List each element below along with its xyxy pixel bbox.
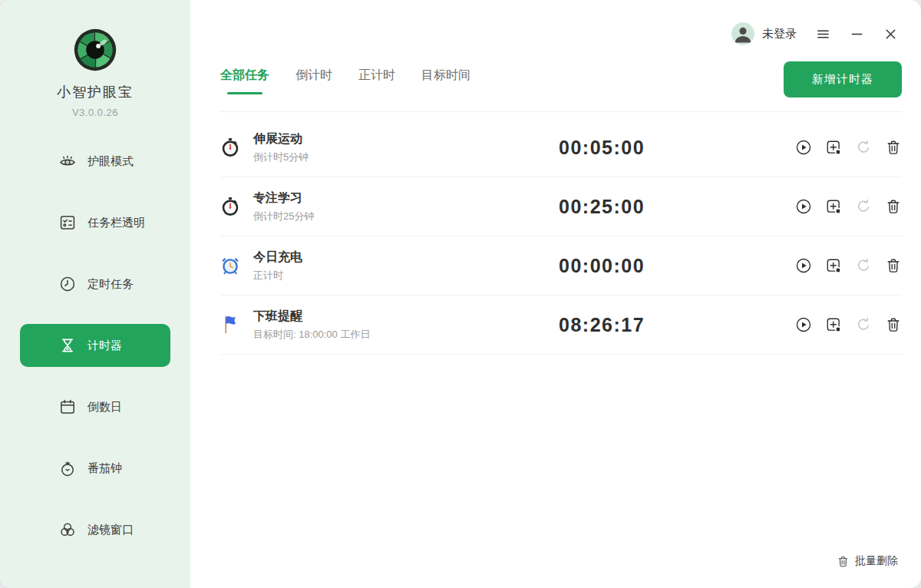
flag-icon (220, 315, 240, 335)
timer-list: 伸展运动倒计时5分钟00:05:00专注学习倒计时25分钟00:25:00今日充… (220, 112, 902, 355)
main-panel: 未登录 全部任务倒计时正计时目标时间 新增计时器 伸展运动倒计时5分钟00:05… (190, 0, 921, 588)
sidebar-item-label: 护眼模式 (87, 154, 134, 169)
checklist-icon (58, 213, 77, 232)
venn-circles-icon (58, 520, 77, 539)
stopwatch-icon (220, 197, 240, 216)
tab-count-up[interactable]: 正计时 (358, 63, 395, 96)
timer-row: 今日充电正计时00:00:00 (220, 236, 902, 296)
timer-actions (795, 316, 902, 333)
timer-row: 专注学习倒计时25分钟00:25:00 (220, 177, 902, 236)
play-button[interactable] (795, 139, 812, 156)
alarm-clock-icon (220, 256, 240, 276)
tomato-icon (58, 459, 77, 477)
timer-time: 00:25:00 (559, 196, 795, 218)
delete-button[interactable] (885, 198, 902, 215)
timer-info: 下班提醒目标时间: 18:00:00 工作日 (253, 309, 559, 342)
hourglass-icon (58, 336, 77, 355)
sidebar-item-label: 倒数日 (87, 400, 122, 415)
login-status-label[interactable]: 未登录 (762, 27, 797, 41)
timer-time: 00:05:00 (559, 137, 795, 159)
stopwatch-icon (220, 137, 240, 157)
app-name: 小智护眼宝 (0, 83, 190, 101)
batch-delete-button[interactable]: 批量删除 (837, 554, 898, 568)
add-time-button[interactable] (825, 257, 842, 274)
sidebar-item-label: 计时器 (87, 339, 122, 353)
sidebar-item-taskbar-transparency[interactable]: 任务栏透明 (20, 201, 170, 244)
tab-bar: 全部任务倒计时正计时目标时间 (220, 63, 470, 96)
timer-row: 伸展运动倒计时5分钟00:05:00 (220, 118, 902, 177)
add-timer-button[interactable]: 新增计时器 (784, 61, 902, 97)
tab-countdown[interactable]: 倒计时 (295, 63, 332, 96)
sidebar-item-label: 任务栏透明 (87, 216, 145, 230)
timer-info: 专注学习倒计时25分钟 (253, 190, 559, 223)
play-button[interactable] (795, 198, 812, 215)
reset-button[interactable] (855, 316, 872, 333)
app-version: V3.0.0.26 (0, 107, 190, 118)
trash-icon (837, 555, 850, 568)
sidebar-item-timer[interactable]: 计时器 (20, 324, 170, 367)
add-time-button[interactable] (825, 316, 842, 333)
timer-subtitle: 倒计时5分钟 (253, 150, 559, 164)
timer-row: 下班提醒目标时间: 18:00:00 工作日08:26:17 (220, 296, 902, 355)
timer-subtitle: 目标时间: 18:00:00 工作日 (253, 328, 559, 342)
minimize-icon[interactable] (849, 26, 864, 41)
titlebar: 未登录 (190, 0, 921, 49)
user-avatar[interactable] (731, 22, 754, 45)
reset-button[interactable] (855, 257, 872, 274)
sidebar-item-label: 番茄钟 (87, 461, 122, 476)
play-button[interactable] (795, 316, 812, 333)
tab-all-tasks[interactable]: 全部任务 (220, 63, 269, 96)
timer-title: 伸展运动 (253, 131, 559, 147)
tab-target-time[interactable]: 目标时间 (421, 63, 470, 96)
sidebar-item-eye-mode[interactable]: 护眼模式 (20, 140, 170, 183)
hamburger-menu-icon[interactable] (815, 26, 830, 41)
close-icon[interactable] (883, 26, 898, 41)
sidebar-item-label: 滤镜窗口 (87, 523, 134, 537)
reset-button[interactable] (855, 198, 872, 215)
timer-info: 今日充电正计时 (253, 249, 559, 282)
timer-subtitle: 倒计时25分钟 (253, 210, 559, 223)
sidebar-item-scheduled-tasks[interactable]: 定时任务 (20, 263, 170, 306)
batch-delete-label: 批量删除 (855, 554, 898, 568)
timer-time: 00:00:00 (559, 255, 795, 277)
timer-actions (795, 257, 902, 274)
eye-icon (58, 152, 77, 170)
clock-icon (58, 275, 77, 293)
timer-actions (795, 139, 902, 156)
add-time-button[interactable] (825, 139, 842, 156)
timer-actions (795, 198, 902, 215)
app-window: 小智护眼宝 V3.0.0.26 护眼模式任务栏透明定时任务计时器倒数日番茄钟滤镜… (0, 0, 921, 588)
sidebar-item-pomodoro[interactable]: 番茄钟 (20, 447, 170, 490)
timer-title: 下班提醒 (253, 309, 559, 324)
timer-title: 今日充电 (253, 249, 559, 265)
timer-info: 伸展运动倒计时5分钟 (253, 131, 559, 164)
content-area: 全部任务倒计时正计时目标时间 新增计时器 伸展运动倒计时5分钟00:05:00专… (220, 54, 902, 588)
calendar-icon (58, 398, 77, 416)
sidebar: 小智护眼宝 V3.0.0.26 护眼模式任务栏透明定时任务计时器倒数日番茄钟滤镜… (0, 0, 190, 588)
app-logo-aperture-eye-icon (73, 28, 117, 72)
timer-time: 08:26:17 (559, 314, 795, 336)
timer-title: 专注学习 (253, 190, 559, 206)
delete-button[interactable] (885, 316, 902, 333)
delete-button[interactable] (885, 139, 902, 156)
delete-button[interactable] (885, 257, 902, 274)
play-button[interactable] (795, 257, 812, 274)
reset-button[interactable] (855, 139, 872, 156)
sidebar-item-filter-window[interactable]: 滤镜窗口 (20, 508, 170, 551)
timer-subtitle: 正计时 (253, 269, 559, 282)
sidebar-item-countdown-day[interactable]: 倒数日 (20, 385, 170, 428)
sidebar-item-label: 定时任务 (87, 277, 134, 292)
add-time-button[interactable] (825, 198, 842, 215)
sidebar-nav: 护眼模式任务栏透明定时任务计时器倒数日番茄钟滤镜窗口 (0, 140, 190, 551)
toolbar: 全部任务倒计时正计时目标时间 新增计时器 (220, 54, 902, 112)
